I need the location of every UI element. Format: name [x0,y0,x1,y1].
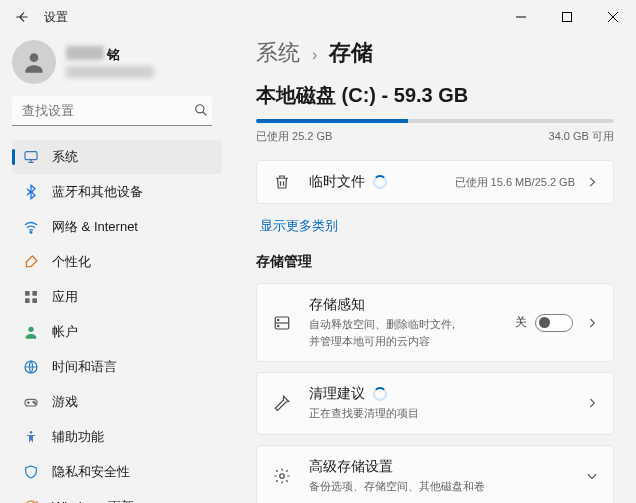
temp-files-title: 临时文件 [309,173,365,191]
main-content: 系统 › 存储 本地磁盘 (C:) - 59.3 GB 已使用 25.2 GB … [230,34,636,503]
sidebar-item-label: 网络 & Internet [52,218,138,236]
broom-icon [271,394,293,412]
sidebar-item-system[interactable]: 系统 [12,140,222,174]
sidebar-item-privacy[interactable]: 隐私和安全性 [12,455,222,489]
globe-icon [22,358,40,376]
sidebar-item-network[interactable]: 网络 & Internet [12,210,222,244]
breadcrumb: 系统 › 存储 [256,38,614,68]
game-icon [22,393,40,411]
sidebar-item-label: 时间和语言 [52,358,117,376]
svg-rect-5 [25,291,30,296]
sidebar-item-label: Windows 更新 [52,498,134,503]
breadcrumb-current: 存储 [329,38,373,68]
storage-sense-card[interactable]: 存储感知 自动释放空间、删除临时文件, 并管理本地可用的云内容 关 [256,283,614,362]
advanced-sub: 备份选项、存储空间、其他磁盘和卷 [309,480,485,492]
spinner-icon [373,387,387,401]
maximize-icon [562,12,572,22]
apps-icon [22,288,40,306]
minimize-button[interactable] [498,0,544,34]
update-icon [22,498,40,503]
sidebar-item-label: 应用 [52,288,78,306]
titlebar: 设置 [0,0,636,34]
sidebar-item-bluetooth[interactable]: 蓝牙和其他设备 [12,175,222,209]
brush-icon [22,253,40,271]
avatar [12,40,56,84]
user-meta: 铭 [66,46,154,78]
sidebar-item-accounts[interactable]: 帐户 [12,315,222,349]
show-more-link[interactable]: 显示更多类别 [260,218,338,235]
close-button[interactable] [590,0,636,34]
cleanup-title: 清理建议 [309,385,365,403]
sidebar-item-label: 帐户 [52,323,78,341]
system-icon [22,148,40,166]
disk-title: 本地磁盘 (C:) - 59.3 GB [256,82,614,109]
trash-icon [271,173,293,191]
storage-sense-sub1: 自动释放空间、删除临时文件, [309,318,455,330]
svg-rect-3 [25,152,37,160]
username-redacted [66,46,104,60]
sidebar-item-gaming[interactable]: 游戏 [12,385,222,419]
spinner-icon [373,175,387,189]
svg-point-4 [30,231,32,233]
svg-rect-0 [563,13,572,22]
sidebar-item-label: 蓝牙和其他设备 [52,183,143,201]
wifi-icon [22,218,40,236]
storage-sense-toggle-label: 关 [515,314,527,331]
back-button[interactable] [10,5,34,29]
disk-free-label: 34.0 GB 可用 [549,129,614,144]
window-controls [498,0,636,34]
svg-point-18 [280,474,285,479]
temp-files-usage: 已使用 15.6 MB/25.2 GB [455,175,575,190]
sidebar-item-label: 系统 [52,148,78,166]
chevron-right-icon [585,396,599,410]
sidebar-item-accessibility[interactable]: 辅助功能 [12,420,222,454]
close-icon [608,12,618,22]
svg-point-2 [196,105,204,113]
maximize-button[interactable] [544,0,590,34]
svg-rect-7 [25,298,30,303]
sidebar: 铭 系统蓝牙和其他设备网络 & Internet个性化应用帐户时间和语言游戏辅助… [0,34,230,503]
advanced-title: 高级存储设置 [309,458,393,476]
breadcrumb-root[interactable]: 系统 [256,38,300,68]
sidebar-item-label: 辅助功能 [52,428,104,446]
temp-files-card[interactable]: 临时文件 已使用 15.6 MB/25.2 GB [256,160,614,204]
chevron-down-icon [585,469,599,483]
sidebar-item-label: 游戏 [52,393,78,411]
storage-sense-sub2: 并管理本地可用的云内容 [309,335,430,347]
minimize-icon [516,12,526,22]
search-wrap [12,96,222,126]
cleanup-card[interactable]: 清理建议 正在查找要清理的项目 [256,372,614,435]
sidebar-item-label: 个性化 [52,253,91,271]
svg-rect-6 [32,291,37,296]
sidebar-item-windows-update[interactable]: Windows 更新 [12,490,222,503]
storage-sense-title: 存储感知 [309,296,365,314]
advanced-storage-card[interactable]: 高级存储设置 备份选项、存储空间、其他磁盘和卷 [256,445,614,504]
storage-mgmt-heading: 存储管理 [256,253,614,271]
disk-usage-bar [256,119,614,123]
sidebar-item-time-lang[interactable]: 时间和语言 [12,350,222,384]
window-title: 设置 [44,9,68,26]
search-input[interactable] [12,96,212,126]
svg-point-1 [30,53,39,62]
chevron-right-icon [585,316,599,330]
search-icon [194,103,208,117]
gear-icon [271,467,293,485]
svg-point-13 [34,403,35,404]
sidebar-item-apps[interactable]: 应用 [12,280,222,314]
sidebar-item-personalize[interactable]: 个性化 [12,245,222,279]
person-icon [22,323,40,341]
email-redacted [66,66,154,78]
svg-rect-8 [32,298,37,303]
user-block[interactable]: 铭 [12,40,222,84]
svg-point-9 [28,327,33,332]
arrow-left-icon [15,10,29,24]
disk-usage-labels: 已使用 25.2 GB 34.0 GB 可用 [256,129,614,144]
nav-list: 系统蓝牙和其他设备网络 & Internet个性化应用帐户时间和语言游戏辅助功能… [12,140,222,503]
shield-icon [22,463,40,481]
svg-point-17 [278,325,279,326]
disk-used-label: 已使用 25.2 GB [256,129,332,144]
storage-sense-toggle[interactable] [535,314,573,332]
chevron-right-icon [585,175,599,189]
disk-usage-fill [256,119,408,123]
accessibility-icon [22,428,40,446]
